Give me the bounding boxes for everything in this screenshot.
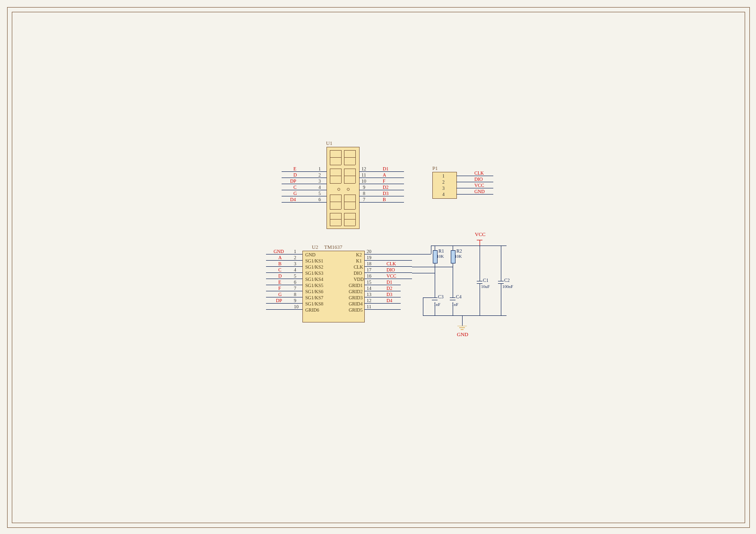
c4-val: 1nF xyxy=(452,302,458,307)
u2-designator: U2 xyxy=(312,244,318,250)
u2-lpin-4: SG1/KS3 xyxy=(305,271,323,276)
c1-val: 10uF xyxy=(481,284,490,289)
u2-lnet-1: GND xyxy=(274,249,284,254)
p1-pin1-num: 1 xyxy=(442,173,445,178)
sheet-inner-frame xyxy=(12,12,745,523)
u2-rnet-18: CLK xyxy=(387,261,396,266)
r2-des: R2 xyxy=(456,248,462,254)
u2-lnum-1: 1 xyxy=(294,249,296,254)
clk-wire xyxy=(412,267,453,267)
u1-pin2-num: 2 xyxy=(318,172,321,178)
p1-body xyxy=(432,172,457,199)
u1-pin9-num: 9 xyxy=(363,185,365,190)
u2-rnum-15: 15 xyxy=(367,280,371,285)
u2-lnet-9: DP xyxy=(276,298,282,303)
u1-pin8-net: D3 xyxy=(383,191,388,196)
p1-pin3-num: 3 xyxy=(442,186,445,191)
u2-lwire-6 xyxy=(266,285,302,285)
u1-pin7-wire xyxy=(359,202,404,203)
c4-top xyxy=(453,288,453,297)
u2-rnet-15: D1 xyxy=(387,280,392,285)
u1-pin2-wire xyxy=(282,178,326,178)
u1-pin8-wire xyxy=(359,196,404,196)
u2-lpin-10: GRID6 xyxy=(305,307,319,313)
u1-pin4-num: 4 xyxy=(318,185,321,190)
gnd-drop-left xyxy=(423,300,423,315)
r2-bot xyxy=(453,263,453,288)
u1-pin7-num: 7 xyxy=(363,197,365,202)
u2-rwire-13 xyxy=(364,297,401,297)
p1-pin3-wire xyxy=(456,188,493,188)
u1-pin3-net: DP xyxy=(290,178,296,184)
u2-rwire-14 xyxy=(364,291,401,291)
u2-lpin-5: SG1/KS4 xyxy=(305,277,323,282)
top-rail xyxy=(431,246,507,246)
u2-lpin-9: SG1/KS8 xyxy=(305,301,323,306)
p1-pin2-net: DIO xyxy=(474,177,483,182)
vcc-stub xyxy=(480,240,480,246)
gnd-drop-c2 xyxy=(501,283,501,315)
u1-pin5-num: 5 xyxy=(318,191,321,196)
r1-drop xyxy=(435,246,435,250)
u1-pin5-wire xyxy=(282,196,326,196)
u2-lnum-10: 10 xyxy=(294,304,299,309)
p1-pin4-wire xyxy=(456,194,493,195)
r1-val: 10K xyxy=(437,254,444,259)
u2-rwire-20 xyxy=(364,254,431,254)
p1-designator: P1 xyxy=(432,165,438,171)
u2-lnum-9: 9 xyxy=(294,298,296,303)
u2-lpin-3: SG1/KS2 xyxy=(305,264,323,270)
u1-designator: U1 xyxy=(326,140,332,146)
u1-pin10-wire xyxy=(359,184,404,184)
u2-lnum-5: 5 xyxy=(294,273,296,279)
p1-pin1-net: CLK xyxy=(474,170,484,176)
u1-pin10-num: 10 xyxy=(361,178,366,184)
u1-pin12-num: 12 xyxy=(361,166,366,171)
c4-des: C4 xyxy=(456,294,462,299)
u2-rpin-19: K1 xyxy=(356,258,362,263)
u2-rwire-11 xyxy=(364,309,401,310)
u2-rpin-17: DIO xyxy=(353,271,362,276)
u2-rwire-12 xyxy=(364,303,401,304)
u1-pin1-net: E xyxy=(293,166,296,171)
gnd-stub xyxy=(462,315,463,326)
u2-lwire-9 xyxy=(266,303,302,304)
p1-pin4-num: 4 xyxy=(442,192,445,197)
left-stub xyxy=(423,297,423,300)
u2-rnum-12: 12 xyxy=(367,298,371,303)
u2-lwire-5 xyxy=(266,279,302,279)
p1-pin2-num: 2 xyxy=(442,179,445,185)
schematic-sheet: U1 xyxy=(0,0,756,534)
u1-body xyxy=(326,147,360,229)
u2-lnet-5: D xyxy=(278,273,282,279)
u2-lnet-6: E xyxy=(278,280,281,285)
u2-lwire-2 xyxy=(266,260,302,261)
c3-des: C3 xyxy=(438,294,444,299)
u2-rwire-16 xyxy=(364,279,412,279)
u2-lpin-2: SG1/KS1 xyxy=(305,258,323,263)
u2-rnet-16: VCC xyxy=(387,273,396,279)
u2-rwire-18 xyxy=(364,266,412,267)
p1-pin4-net: GND xyxy=(474,189,485,194)
u1-pin6-num: 6 xyxy=(318,197,321,202)
u2-rnet-17: DIO xyxy=(387,267,395,272)
c2-drop xyxy=(501,246,501,281)
u1-pin8-num: 8 xyxy=(363,191,365,196)
u2-rnum-18: 18 xyxy=(367,261,371,266)
u2-rnum-13: 13 xyxy=(367,292,371,297)
gnd-symbol-icon xyxy=(457,326,467,331)
u2-lwire-10 xyxy=(266,309,302,310)
u2-rnum-17: 17 xyxy=(367,267,371,272)
u2-lnum-2: 2 xyxy=(294,255,296,260)
u2-rwire-19 xyxy=(364,260,412,261)
c1-des: C1 xyxy=(483,278,489,283)
u1-pin5-net: G xyxy=(293,191,297,196)
u2-lwire-8 xyxy=(266,297,302,297)
gnd-label: GND xyxy=(457,331,468,337)
u1-pin2-net: D xyxy=(293,172,297,178)
r2-drop xyxy=(453,246,453,250)
vcc-label: VCC xyxy=(475,231,486,237)
r1-des: R1 xyxy=(438,248,444,254)
u2-rnum-11: 11 xyxy=(367,304,371,309)
p1-pin1-wire xyxy=(456,176,493,176)
